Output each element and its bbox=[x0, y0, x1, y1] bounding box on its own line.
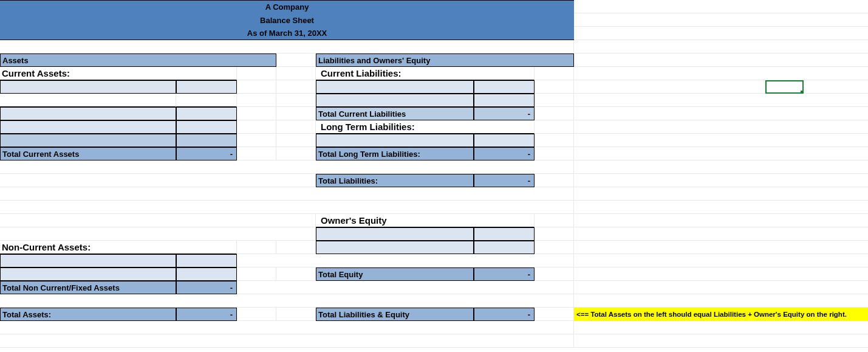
blank-cell[interactable] bbox=[535, 147, 574, 160]
blank-cell[interactable] bbox=[574, 53, 868, 67]
blank-cell[interactable] bbox=[535, 214, 574, 227]
blank-cell[interactable] bbox=[574, 40, 868, 53]
blank-cell[interactable] bbox=[574, 120, 868, 134]
blank-cell[interactable] bbox=[574, 241, 868, 254]
blank-cell[interactable] bbox=[574, 80, 765, 94]
blank-cell[interactable] bbox=[237, 254, 574, 267]
input-cell[interactable] bbox=[0, 134, 176, 147]
blank-cell[interactable] bbox=[574, 267, 868, 281]
blank-cell[interactable] bbox=[237, 241, 276, 254]
input-cell[interactable] bbox=[474, 241, 535, 254]
blank-cell[interactable] bbox=[276, 80, 316, 94]
blank-cell[interactable] bbox=[535, 227, 574, 241]
blank-cell[interactable] bbox=[276, 94, 316, 107]
blank-cell[interactable] bbox=[574, 0, 868, 13]
input-cell[interactable] bbox=[316, 94, 474, 107]
input-cell[interactable] bbox=[176, 254, 237, 267]
blank-cell[interactable] bbox=[574, 334, 868, 348]
blank-cell[interactable] bbox=[0, 334, 574, 348]
input-cell[interactable] bbox=[0, 80, 176, 94]
blank-cell[interactable] bbox=[276, 53, 316, 67]
input-cell[interactable] bbox=[0, 120, 176, 134]
input-cell[interactable] bbox=[176, 134, 237, 147]
blank-cell[interactable] bbox=[0, 227, 316, 241]
input-cell[interactable] bbox=[316, 80, 474, 94]
blank-cell[interactable] bbox=[237, 281, 574, 294]
input-cell[interactable] bbox=[316, 241, 474, 254]
blank-cell[interactable] bbox=[0, 294, 574, 308]
input-cell[interactable] bbox=[176, 120, 237, 134]
input-cell[interactable] bbox=[176, 80, 237, 94]
label-total-liab-eq: Total Liabilities & Equity bbox=[316, 308, 474, 321]
input-cell[interactable] bbox=[474, 94, 535, 107]
input-cell[interactable] bbox=[0, 254, 176, 267]
blank-cell[interactable] bbox=[574, 160, 868, 174]
blank-cell[interactable] bbox=[574, 187, 868, 201]
blank-cell[interactable] bbox=[276, 241, 316, 254]
blank-cell[interactable] bbox=[535, 267, 574, 281]
blank-cell[interactable] bbox=[237, 308, 276, 321]
blank-cell[interactable] bbox=[804, 80, 868, 94]
blank-cell[interactable] bbox=[0, 321, 574, 334]
blank-cell[interactable] bbox=[0, 214, 316, 227]
input-cell[interactable] bbox=[474, 134, 535, 147]
input-cell[interactable] bbox=[474, 80, 535, 94]
blank-cell[interactable] bbox=[574, 107, 868, 120]
blank-cell[interactable] bbox=[574, 94, 868, 107]
blank-cell[interactable] bbox=[276, 67, 316, 80]
blank-cell[interactable] bbox=[535, 67, 574, 80]
blank-cell[interactable] bbox=[574, 227, 868, 241]
blank-cell[interactable] bbox=[535, 107, 574, 120]
input-cell[interactable] bbox=[0, 267, 176, 281]
input-cell[interactable] bbox=[176, 94, 237, 107]
blank-cell[interactable] bbox=[237, 107, 276, 120]
blank-cell[interactable] bbox=[574, 147, 868, 160]
blank-cell[interactable] bbox=[574, 13, 868, 27]
blank-cell[interactable] bbox=[535, 80, 574, 94]
blank-cell[interactable] bbox=[276, 120, 316, 134]
label-total-current-assets: Total Current Assets bbox=[0, 147, 176, 160]
spreadsheet-grid[interactable]: A Company Balance Sheet As of March 31, … bbox=[0, 0, 868, 348]
blank-cell[interactable] bbox=[237, 80, 276, 94]
blank-cell[interactable] bbox=[276, 147, 316, 160]
blank-cell[interactable] bbox=[237, 120, 276, 134]
selected-cell[interactable] bbox=[765, 80, 804, 94]
input-cell[interactable] bbox=[176, 107, 237, 120]
input-cell[interactable] bbox=[316, 227, 474, 241]
blank-cell[interactable] bbox=[535, 94, 574, 107]
blank-cell[interactable] bbox=[276, 308, 316, 321]
blank-cell[interactable] bbox=[574, 214, 868, 227]
blank-cell[interactable] bbox=[0, 174, 316, 187]
blank-cell[interactable] bbox=[237, 267, 276, 281]
blank-cell[interactable] bbox=[574, 281, 868, 294]
blank-cell[interactable] bbox=[276, 267, 316, 281]
blank-cell[interactable] bbox=[0, 160, 574, 174]
input-cell[interactable] bbox=[176, 267, 237, 281]
blank-cell[interactable] bbox=[574, 27, 868, 40]
blank-cell[interactable] bbox=[535, 308, 574, 321]
blank-cell[interactable] bbox=[237, 94, 276, 107]
input-cell[interactable] bbox=[0, 107, 176, 120]
blank-cell[interactable] bbox=[574, 294, 868, 308]
blank-cell[interactable] bbox=[535, 134, 574, 147]
blank-cell[interactable] bbox=[574, 174, 868, 187]
blank-cell[interactable] bbox=[237, 134, 276, 147]
input-cell[interactable] bbox=[316, 134, 474, 147]
blank-cell[interactable] bbox=[535, 241, 574, 254]
blank-cell[interactable] bbox=[574, 321, 868, 334]
blank-cell[interactable] bbox=[535, 120, 574, 134]
blank-cell[interactable] bbox=[0, 40, 574, 53]
blank-cell[interactable] bbox=[574, 67, 868, 80]
blank-cell[interactable] bbox=[574, 134, 868, 147]
blank-cell[interactable] bbox=[0, 187, 574, 201]
input-cell[interactable] bbox=[0, 94, 176, 107]
blank-cell[interactable] bbox=[535, 174, 574, 187]
blank-cell[interactable] bbox=[276, 134, 316, 147]
blank-cell[interactable] bbox=[574, 201, 868, 214]
blank-cell[interactable] bbox=[0, 201, 574, 214]
blank-cell[interactable] bbox=[276, 107, 316, 120]
input-cell[interactable] bbox=[474, 227, 535, 241]
blank-cell[interactable] bbox=[574, 254, 868, 267]
blank-cell[interactable] bbox=[237, 147, 276, 160]
blank-cell[interactable] bbox=[237, 67, 276, 80]
